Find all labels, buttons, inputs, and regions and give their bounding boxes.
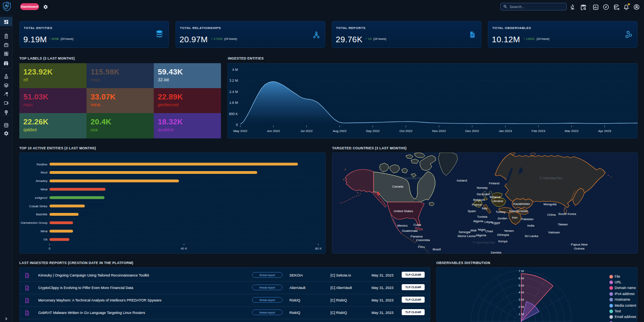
svg-text:United States: United States [394, 209, 413, 213]
svg-text:Pakistan: Pakistan [521, 217, 534, 221]
svg-text:Denmark: Denmark [477, 192, 490, 196]
svg-text:Chad: Chad [485, 229, 493, 233]
svg-text:Algeria: Algeria [473, 219, 483, 223]
svg-text:Bashlite: Bashlite [36, 213, 48, 216]
svg-text:Kenya: Kenya [498, 239, 508, 243]
svg-text:7 M: 7 M [518, 269, 524, 273]
svg-text:Yemen: Yemen [504, 229, 514, 233]
svg-text:Spain: Spain [468, 209, 476, 213]
svg-text:Oct 2022: Oct 2022 [399, 129, 413, 133]
svg-text:2 M: 2 M [518, 305, 524, 309]
svg-text:Guatemala: Guatemala [402, 229, 418, 233]
svg-text:Mar 2023: Mar 2023 [565, 129, 578, 133]
svg-text:Gamaredon Group: Gamaredon Group [21, 221, 47, 225]
svg-text:May 2022: May 2022 [233, 129, 248, 133]
svg-text:0: 0 [49, 247, 51, 250]
svg-text:Sri Lanka: Sri Lanka [524, 234, 538, 238]
svg-text:3.2 M: 3.2 M [229, 78, 238, 83]
svg-text:India: India [527, 224, 535, 227]
svg-text:Taiwan: Taiwan [558, 223, 568, 226]
svg-text:Jun 2022: Jun 2022 [267, 129, 280, 133]
svg-text:Kazakhstan: Kazakhstan [513, 202, 530, 206]
svg-text:Nov 2022: Nov 2022 [432, 129, 446, 133]
svg-text:© OpenMapTiles: © OpenMapTiles [400, 176, 423, 180]
svg-text:Nigeria: Nigeria [476, 233, 487, 237]
svg-text:Mozi: Mozi [41, 171, 47, 174]
svg-text:0: 0 [236, 123, 238, 127]
svg-text:3 M: 3 M [518, 298, 524, 301]
svg-text:China: China [547, 213, 555, 217]
svg-text:Canada: Canada [392, 185, 404, 188]
svg-text:80 K: 80 K [315, 247, 322, 250]
svg-text:Zambia: Zambia [491, 251, 502, 254]
svg-text:Niger: Niger [478, 228, 485, 231]
svg-text:Cobalt Strike: Cobalt Strike [29, 204, 47, 208]
svg-text:Mirai: Mirai [41, 229, 48, 233]
svg-text:6 M: 6 M [518, 277, 524, 280]
svg-text:Panama: Panama [411, 235, 423, 238]
svg-text:Ethiopia: Ethiopia [497, 233, 509, 237]
svg-text:Feb 2023: Feb 2023 [532, 129, 545, 133]
svg-text:Jordan: Jordan [497, 217, 507, 220]
svg-text:Belgium: Belgium [473, 198, 485, 202]
svg-text:Senegal: Senegal [458, 230, 471, 234]
svg-text:Mongolia: Mongolia [543, 202, 557, 206]
svg-text:Norway: Norway [477, 186, 487, 190]
svg-text:Aug 2022: Aug 2022 [333, 129, 347, 133]
svg-text:Turkmenistan: Turkmenistan [509, 209, 528, 213]
svg-text:Jan 2023: Jan 2023 [499, 129, 512, 133]
svg-text:Iran: Iran [512, 216, 518, 219]
svg-text:2.4 M: 2.4 M [229, 90, 238, 94]
svg-text:Apr 2023: Apr 2023 [598, 129, 611, 133]
svg-text:Jul 2022: Jul 2022 [300, 129, 313, 133]
svg-text:Dec 2022: Dec 2022 [465, 129, 479, 133]
svg-text:Colombia: Colombia [416, 238, 430, 242]
svg-text:Peru: Peru [418, 245, 425, 249]
svg-text:Mexico: Mexico [397, 224, 408, 227]
svg-text:1 M: 1 M [518, 312, 524, 316]
svg-text:evilginx2: evilginx2 [35, 196, 48, 200]
svg-text:Mirai: Mirai [41, 188, 48, 191]
svg-text:1.6 M: 1.6 M [229, 101, 238, 105]
svg-text:Egypt: Egypt [492, 221, 500, 225]
svg-text:Libya: Libya [484, 220, 492, 224]
svg-text:40 K: 40 K [181, 247, 188, 250]
svg-text:Tunisia: Tunisia [477, 215, 487, 219]
svg-text:Redline: Redline [37, 163, 48, 166]
svg-text:Brazil: Brazil [433, 248, 441, 251]
svg-text:800 K: 800 K [229, 112, 238, 116]
svg-text:Turkey: Turkey [496, 210, 506, 214]
svg-text:4 M: 4 M [518, 291, 524, 294]
svg-text:5 M: 5 M [518, 284, 524, 287]
svg-text:Cuba: Cuba [413, 223, 421, 227]
svg-text:Vietnam: Vietnam [548, 231, 560, 234]
svg-text:© OpenMapTiles: © OpenMapTiles [473, 241, 495, 244]
svg-text:4 M: 4 M [232, 68, 238, 72]
svg-text:Mali: Mali [471, 229, 477, 232]
svg-text:Amadey: Amadey [36, 179, 47, 183]
svg-text:Guinea: Guinea [574, 247, 584, 250]
svg-text:Belarus: Belarus [489, 195, 500, 199]
svg-text:South Korea: South Korea [558, 212, 576, 216]
svg-text:Sep 2022: Sep 2022 [366, 129, 380, 133]
svg-text:Ukraine: Ukraine [492, 199, 504, 203]
svg-text:Iceland: Iceland [457, 179, 467, 182]
svg-text:Papua New: Papua New [571, 243, 588, 246]
svg-text:Finland: Finland [489, 182, 499, 185]
svg-text:Italy: Italy [482, 206, 488, 210]
svg-text:© OpenMapTiles: © OpenMapTiles [540, 176, 562, 180]
svg-text:Sierra Leone: Sierra Leone [457, 234, 476, 238]
svg-text:France: France [472, 203, 482, 206]
svg-text:TR: TR [43, 238, 47, 242]
